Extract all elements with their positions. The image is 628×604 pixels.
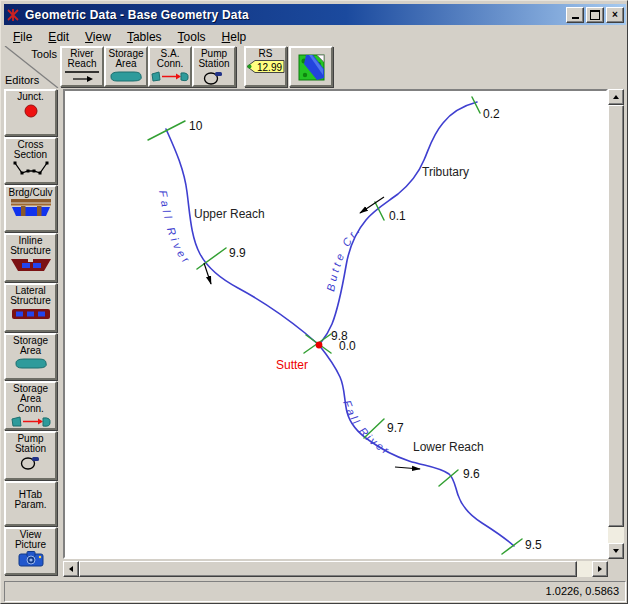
menubar: File Edit View Tables Tools Help <box>5 28 625 46</box>
station-label: 0.0 <box>339 339 356 353</box>
river-reach-button[interactable]: River Reach <box>60 46 104 87</box>
inline-structure-icon <box>10 256 52 273</box>
cross-section-tick-0.2[interactable] <box>472 97 480 113</box>
flow-arrow-upper-reach <box>204 263 211 284</box>
sa-conn-button[interactable]: S.A. Conn. <box>148 46 192 87</box>
tools-label: Tools <box>31 48 57 60</box>
station-label: 0.2 <box>483 107 500 121</box>
schematic-map-button[interactable] <box>289 46 333 87</box>
svg-text:Fall River: Fall River <box>341 399 393 458</box>
scroll-up-button[interactable] <box>608 89 624 105</box>
vertical-scrollbar[interactable] <box>608 89 624 559</box>
sidebar-item-storage-area[interactable]: Storage Area <box>4 333 57 380</box>
station-label: 9.7 <box>387 421 404 435</box>
flow-arrow-tributary <box>360 197 384 213</box>
storage-area-icon <box>11 356 51 371</box>
window-title: Geometric Data - Base Geometry Data <box>25 8 249 22</box>
river-reach-icon <box>63 69 101 84</box>
editors-label: Editors <box>5 74 39 86</box>
sidebar-item-inline-structure[interactable]: Inline Structure <box>4 233 57 282</box>
flow-arrow-lower-reach <box>395 467 420 469</box>
horizontal-scroll-thumb[interactable] <box>79 561 577 577</box>
sidebar-item-junction[interactable]: Junct. <box>4 89 57 136</box>
junction-icon <box>23 102 39 119</box>
close-icon: × <box>612 10 618 20</box>
river-butte-cr-tributary[interactable] <box>319 102 477 345</box>
menu-help[interactable]: Help <box>214 29 255 46</box>
minimize-button[interactable] <box>566 7 584 23</box>
menu-edit[interactable]: Edit <box>40 29 77 46</box>
rs-tag-icon: 12.99 <box>246 59 286 74</box>
rs-button[interactable]: RS 12.99 <box>244 46 287 87</box>
reach-label-upper: Upper Reach <box>194 207 265 221</box>
station-label: 10 <box>189 119 203 133</box>
bridge-culvert-icon <box>10 198 52 217</box>
river-name-fall-river-lower: Fall River <box>341 399 393 458</box>
pump-station-button[interactable]: Pump Station <box>192 46 236 87</box>
rs-value: 12.99 <box>257 62 282 73</box>
app-icon <box>6 8 20 22</box>
storage-area-button[interactable]: Storage Area <box>104 46 148 87</box>
cursor-coordinates: 1.0226, 0.5863 <box>546 585 619 597</box>
scroll-right-button[interactable] <box>592 561 608 577</box>
cross-section-icon <box>11 160 51 176</box>
sidebar-item-cross-section[interactable]: Cross Section <box>4 137 57 184</box>
storage-area-conn-icon <box>10 414 52 428</box>
sa-conn-icon <box>150 69 190 84</box>
scroll-up-icon <box>613 95 619 99</box>
maximize-icon <box>590 10 600 20</box>
menu-view[interactable]: View <box>77 29 119 46</box>
lateral-structure-icon <box>10 306 52 321</box>
storage-area-icon <box>107 69 145 84</box>
cross-section-tick-10[interactable] <box>148 121 185 140</box>
pump-station-icon <box>202 69 226 85</box>
menu-tools[interactable]: Tools <box>170 29 214 46</box>
station-label: 9.5 <box>525 538 542 552</box>
river-schematic: 10 9.9 9.8 0.2 0.1 0.0 9.7 9.6 9.5 Upper… <box>65 91 606 557</box>
horizontal-scrollbar[interactable] <box>63 561 608 577</box>
camera-icon <box>18 550 44 567</box>
schematic-map-icon <box>298 54 325 81</box>
cross-section-tick-9.9[interactable] <box>197 248 226 269</box>
junction-label: Sutter <box>276 358 308 372</box>
sidebar-item-view-picture[interactable]: View Picture <box>4 527 57 575</box>
sidebar-item-pump-station[interactable]: Pump Station <box>4 431 57 480</box>
scroll-down-button[interactable] <box>608 543 624 559</box>
close-button[interactable]: × <box>606 7 624 23</box>
pump-station-icon <box>19 454 43 470</box>
reach-label-lower: Lower Reach <box>413 440 484 454</box>
maximize-button[interactable] <box>586 7 604 23</box>
scroll-left-icon <box>69 566 73 572</box>
tools-editors-corner: Tools Editors <box>4 46 59 88</box>
menu-file[interactable]: File <box>5 29 40 46</box>
river-fall-river-upper-reach[interactable] <box>166 129 319 345</box>
junction-dot[interactable] <box>316 342 323 349</box>
sidebar-item-bridge-culvert[interactable]: Brdg/Culv <box>4 185 57 232</box>
geometric-data-window: Geometric Data - Base Geometry Data × Fi… <box>0 0 628 604</box>
reach-label-tributary: Tributary <box>422 165 469 179</box>
station-label: 9.6 <box>463 467 480 481</box>
sidebar-item-htab-param[interactable]: HTab Param. <box>4 481 57 526</box>
schematic-canvas[interactable]: 10 9.9 9.8 0.2 0.1 0.0 9.7 9.6 9.5 Upper… <box>63 89 608 559</box>
scroll-right-icon <box>598 566 602 572</box>
statusbar: 1.0226, 0.5863 <box>4 581 626 602</box>
sidebar-item-lateral-structure[interactable]: Lateral Structure <box>4 283 57 332</box>
cross-section-tick-9.5[interactable] <box>502 539 522 554</box>
vertical-scroll-thumb[interactable] <box>608 105 624 527</box>
station-label: 9.9 <box>229 246 246 260</box>
sidebar-item-storage-area-conn[interactable]: Storage Area Conn. <box>4 381 57 430</box>
menu-tables[interactable]: Tables <box>119 29 170 46</box>
station-label: 0.1 <box>389 209 406 223</box>
minimize-icon <box>572 17 579 19</box>
scroll-left-button[interactable] <box>63 561 79 577</box>
scroll-down-icon <box>613 549 619 553</box>
titlebar[interactable]: Geometric Data - Base Geometry Data × <box>4 4 626 25</box>
